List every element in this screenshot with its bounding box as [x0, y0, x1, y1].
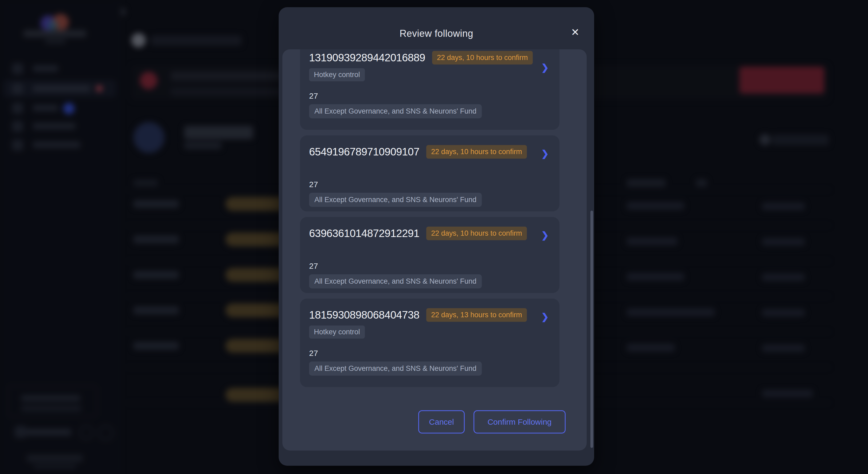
close-icon[interactable]: ✕ [569, 26, 582, 39]
topics-pill: All Except Governance, and SNS & Neurons… [309, 274, 482, 289]
review-following-modal: Review following ✕ 13190939289442016889 … [279, 7, 594, 466]
neuron-card[interactable]: 6549196789710909107 22 days, 10 hours to… [300, 135, 559, 211]
topics-pill: All Except Governance, and SNS & Neurons… [309, 104, 482, 118]
topic-count: 27 [309, 349, 550, 358]
neuron-card[interactable]: 6396361014872912291 22 days, 10 hours to… [300, 217, 559, 293]
chevron-right-icon: ❯ [541, 230, 549, 240]
neuron-id: 13190939289442016889 [309, 52, 425, 64]
hotkey-control-tag: Hotkey control [309, 68, 365, 81]
cancel-button[interactable]: Cancel [418, 410, 465, 434]
chevron-right-icon: ❯ [541, 148, 549, 159]
topic-count: 27 [309, 180, 550, 189]
chevron-right-icon: ❯ [541, 311, 549, 322]
hotkey-control-tag: Hotkey control [309, 326, 365, 339]
topics-pill: All Except Governance, and SNS & Neurons… [309, 362, 482, 376]
neuron-id: 6549196789710909107 [309, 146, 419, 158]
chevron-right-icon: ❯ [541, 62, 549, 73]
neuron-card[interactable]: 1815930898068404738 22 days, 13 hours to… [300, 299, 559, 387]
modal-footer: Cancel Confirm Following [279, 410, 594, 434]
screen: Review following ✕ 13190939289442016889 … [0, 0, 868, 474]
neuron-card[interactable]: 13190939289442016889 22 days, 10 hours t… [300, 49, 559, 130]
topics-pill: All Except Governance, and SNS & Neurons… [309, 193, 482, 207]
neuron-id: 6396361014872912291 [309, 227, 419, 239]
modal-title: Review following [279, 28, 594, 39]
confirm-deadline-badge: 22 days, 10 hours to confirm [426, 227, 527, 240]
confirm-following-button[interactable]: Confirm Following [473, 410, 566, 434]
neuron-list-container: 13190939289442016889 22 days, 10 hours t… [282, 49, 587, 450]
confirm-deadline-badge: 22 days, 10 hours to confirm [432, 51, 533, 65]
confirm-deadline-badge: 22 days, 10 hours to confirm [426, 145, 527, 159]
topic-count: 27 [309, 92, 550, 101]
confirm-deadline-badge: 22 days, 13 hours to confirm [426, 308, 527, 322]
topic-count: 27 [309, 262, 550, 271]
neuron-id: 1815930898068404738 [309, 309, 419, 321]
